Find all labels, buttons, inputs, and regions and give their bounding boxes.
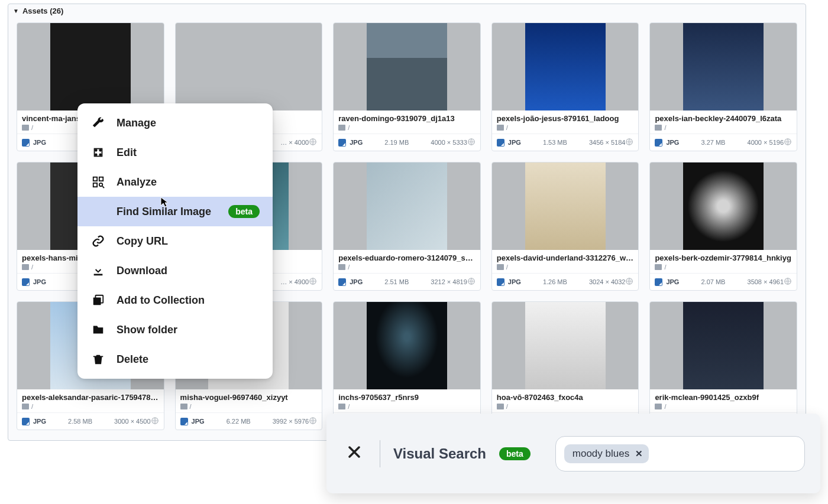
panel-header[interactable]: ▼ Assets (26) xyxy=(8,4,806,18)
file-size: 2.51 MB xyxy=(363,278,431,285)
search-chip[interactable]: moody blues ✕ xyxy=(564,444,649,463)
thumbnail[interactable] xyxy=(334,302,480,389)
public-icon xyxy=(309,138,317,147)
asset-stats: JPG 2.58 MB 3000 × 4500 xyxy=(17,412,164,430)
thumbnail[interactable] xyxy=(650,23,797,110)
asset-filename: misha-voguel-9697460_xizyyt xyxy=(180,393,318,402)
format-label: JPG xyxy=(33,418,46,425)
file-size: 6.22 MB xyxy=(205,418,273,425)
thumbnail[interactable] xyxy=(176,23,322,110)
file-size: 1.26 MB xyxy=(521,278,589,285)
asset-card[interactable]: pexels-ian-beckley-2440079_l6zata / JPG … xyxy=(649,22,797,151)
asset-folder: / xyxy=(497,264,634,271)
dimensions: 3992 × 5976 xyxy=(273,418,309,425)
collapse-toggle-icon[interactable]: ▼ xyxy=(13,8,19,14)
image-format-icon xyxy=(655,278,662,286)
asset-card[interactable]: pexels-david-underland-3312276_wulf… / J… xyxy=(491,162,639,291)
asset-stats: JPG 2.19 MB 4000 × 5333 xyxy=(334,134,480,151)
panel-title: Assets (26) xyxy=(22,6,63,15)
link-icon xyxy=(90,233,106,249)
trash-icon xyxy=(90,352,106,367)
asset-card[interactable]: pexels-berk-ozdemir-3779814_hnkiyg / JPG… xyxy=(649,162,797,291)
thumbnail[interactable] xyxy=(17,23,164,110)
analyze-icon xyxy=(90,174,106,190)
ctx-item-label: Add to Collection xyxy=(117,294,205,307)
chip-label: moody blues xyxy=(573,448,629,460)
svg-point-17 xyxy=(99,149,101,151)
format-label: JPG xyxy=(350,278,363,285)
ctx-add-to-collection[interactable]: Add to Collection xyxy=(77,285,273,315)
thumbnail[interactable] xyxy=(334,23,480,110)
asset-card[interactable]: erik-mclean-9901425_ozxb9f / JPG xyxy=(649,301,797,430)
asset-filename: erik-mclean-9901425_ozxb9f xyxy=(655,393,792,402)
beta-badge: beta xyxy=(228,205,260,218)
ctx-item-label: Analyze xyxy=(117,176,157,188)
thumbnail[interactable] xyxy=(492,162,639,250)
asset-filename: inchs-9705637_r5nrs9 xyxy=(338,393,476,402)
asset-card[interactable]: pexels-joão-jesus-879161_ladoog / JPG 1.… xyxy=(491,22,639,151)
format-label: JPG xyxy=(508,278,521,285)
format-label: JPG xyxy=(508,139,521,146)
dimensions: 3456 × 5184 xyxy=(589,139,625,146)
image-format-icon xyxy=(22,139,30,147)
collection-icon xyxy=(90,292,106,308)
ctx-item-label: Copy URL xyxy=(117,235,168,248)
ctx-item-label: Find Similar Image xyxy=(117,206,218,218)
search-input[interactable]: moody blues ✕ xyxy=(555,436,805,472)
ctx-edit[interactable]: Edit xyxy=(77,138,273,167)
ctx-item-label: Download xyxy=(117,265,167,277)
ctx-download[interactable]: Download xyxy=(77,256,273,285)
image-format-icon xyxy=(338,278,346,286)
asset-card[interactable]: hoa-võ-8702463_fxoc4a / JPG xyxy=(491,301,639,430)
ctx-delete[interactable]: Delete xyxy=(77,344,273,374)
format-label: JPG xyxy=(666,278,679,285)
folder-icon xyxy=(655,264,662,270)
ctx-show-folder[interactable]: Show folder xyxy=(77,315,273,344)
public-icon xyxy=(151,417,159,426)
asset-stats: JPG 2.51 MB 3212 × 4819 xyxy=(334,273,480,290)
thumbnail[interactable] xyxy=(492,23,639,110)
ctx-analyze[interactable]: Analyze xyxy=(77,167,273,197)
ctx-item-label: Show folder xyxy=(117,324,177,336)
visual-search-bar: Visual Search beta moody blues ✕ xyxy=(326,414,820,493)
image-format-icon xyxy=(180,418,188,425)
ctx-copy-url[interactable]: Copy URL xyxy=(77,226,273,256)
asset-folder: / xyxy=(22,403,159,410)
ctx-find-similar-image[interactable]: Find Similar Image beta xyxy=(77,197,273,226)
thumbnail[interactable] xyxy=(492,302,639,389)
folder-icon xyxy=(497,264,504,270)
folder-icon xyxy=(338,125,345,131)
public-icon xyxy=(467,138,476,147)
public-icon xyxy=(784,277,792,287)
thumbnail[interactable] xyxy=(650,302,797,389)
folder-icon xyxy=(180,404,187,409)
asset-folder: / xyxy=(655,403,792,410)
asset-stats: JPG 3.27 MB 4000 × 5196 xyxy=(650,134,797,151)
asset-filename: pexels-eduardo-romero-3124079_sy6q… xyxy=(338,253,476,262)
format-label: JPG xyxy=(666,139,679,146)
asset-card[interactable]: inchs-9705637_r5nrs9 / JPG xyxy=(333,301,481,430)
dimensions: 3024 × 4032 xyxy=(589,278,625,285)
svg-rect-20 xyxy=(93,177,97,181)
visual-search-title: Visual Search xyxy=(393,446,486,462)
asset-folder: / xyxy=(338,403,476,410)
svg-point-23 xyxy=(99,183,103,187)
asset-card[interactable]: raven-domingo-9319079_dj1a13 / JPG 2.19 … xyxy=(333,22,481,151)
asset-filename: pexels-ian-beckley-2440079_l6zata xyxy=(655,114,792,123)
svg-point-18 xyxy=(95,154,97,155)
svg-point-16 xyxy=(95,149,97,151)
ctx-manage[interactable]: Manage xyxy=(77,108,273,138)
asset-stats: JPG 6.22 MB 3992 × 5976 xyxy=(176,412,322,430)
asset-card[interactable]: pexels-eduardo-romero-3124079_sy6q… / JP… xyxy=(333,162,481,291)
thumbnail[interactable] xyxy=(334,162,480,250)
public-icon xyxy=(467,277,476,287)
file-size: 2.19 MB xyxy=(363,139,431,146)
thumbnail[interactable] xyxy=(650,162,797,250)
dimensions: 4000 × 5333 xyxy=(431,139,467,146)
close-button[interactable] xyxy=(342,441,367,466)
folder-icon xyxy=(22,125,29,131)
ctx-item-label: Edit xyxy=(117,147,137,159)
asset-folder: / xyxy=(338,264,476,271)
asset-filename: raven-domingo-9319079_dj1a13 xyxy=(338,114,476,123)
chip-remove-icon[interactable]: ✕ xyxy=(635,448,643,459)
